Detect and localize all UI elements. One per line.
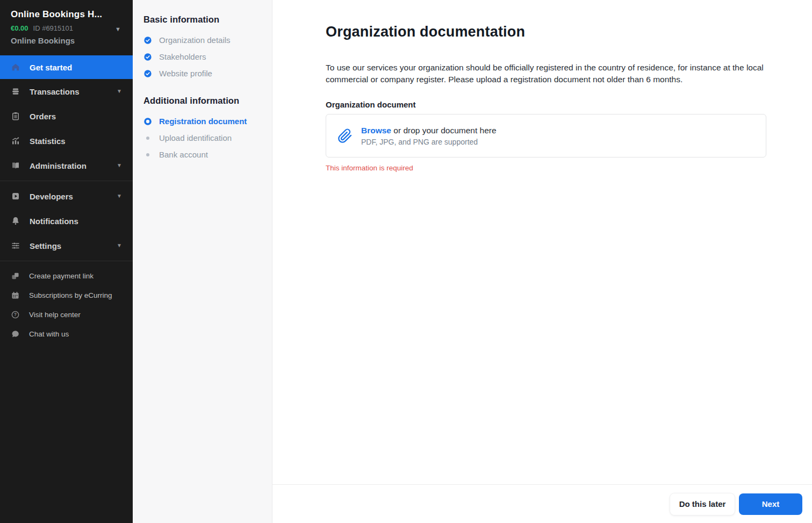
next-button[interactable]: Next bbox=[739, 493, 802, 515]
field-label: Organization document bbox=[326, 100, 812, 109]
notifications-icon bbox=[11, 216, 20, 226]
payment-link-icon bbox=[11, 271, 20, 281]
sidebar-item-label: Create payment link bbox=[29, 272, 94, 280]
administration-icon bbox=[11, 161, 20, 170]
chevron-down-icon: ▼ bbox=[117, 163, 122, 168]
transactions-icon bbox=[11, 87, 20, 96]
account-id: ID #6915101 bbox=[33, 24, 73, 32]
nav-divider bbox=[0, 261, 133, 261]
steps-section-title: Additional information bbox=[143, 96, 262, 106]
form-content: Organization documentation To use our se… bbox=[272, 0, 812, 484]
main-nav: Get started Transactions ▼ Orders Statis… bbox=[0, 55, 133, 264]
svg-text:?: ? bbox=[14, 312, 17, 317]
sidebar-item-get-started[interactable]: Get started bbox=[0, 55, 133, 79]
step-stakeholders[interactable]: Stakeholders bbox=[143, 48, 262, 65]
sidebar-item-label: Orders bbox=[30, 112, 56, 121]
sidebar-item-label: Subscriptions by eCurring bbox=[29, 291, 112, 299]
step-registration-document[interactable]: Registration document bbox=[143, 113, 262, 130]
dropzone-supported-formats: PDF, JPG, and PNG are supported bbox=[361, 138, 497, 146]
help-icon: ? bbox=[11, 310, 20, 319]
sidebar-item-label: Notifications bbox=[30, 217, 78, 226]
primary-sidebar: Online Bookings H... €0.00 ID #6915101 ▼… bbox=[0, 0, 133, 523]
account-switcher[interactable]: Online Bookings H... €0.00 ID #6915101 ▼… bbox=[0, 0, 133, 52]
utility-nav: Create payment link Subscriptions by eCu… bbox=[0, 266, 133, 343]
settings-icon bbox=[11, 241, 20, 250]
chat-icon bbox=[11, 329, 20, 339]
step-label: Registration document bbox=[159, 117, 247, 126]
paperclip-icon bbox=[337, 128, 353, 144]
document-dropzone[interactable]: Browse or drop your document here PDF, J… bbox=[326, 114, 766, 157]
sidebar-item-label: Visit help center bbox=[29, 311, 81, 319]
sidebar-item-administration[interactable]: Administration ▼ bbox=[0, 153, 133, 178]
sidebar-item-create-payment-link[interactable]: Create payment link bbox=[0, 266, 133, 285]
step-label: Organization details bbox=[159, 35, 231, 45]
dropzone-primary-text: Browse or drop your document here bbox=[361, 126, 497, 135]
sidebar-item-subscriptions[interactable]: Subscriptions by eCurring bbox=[0, 285, 133, 305]
steps-section-basic: Basic information Organization details S… bbox=[143, 15, 262, 82]
pending-dot-icon bbox=[143, 151, 152, 159]
sidebar-item-developers[interactable]: Developers ▼ bbox=[0, 184, 133, 209]
sidebar-item-label: Chat with us bbox=[29, 330, 69, 338]
account-meta: €0.00 ID #6915101 bbox=[11, 24, 122, 32]
chevron-down-icon: ▼ bbox=[115, 26, 121, 32]
chevron-down-icon: ▼ bbox=[117, 243, 122, 248]
sidebar-item-label: Administration bbox=[30, 161, 87, 170]
chevron-down-icon: ▼ bbox=[117, 89, 122, 94]
step-organization-details[interactable]: Organization details bbox=[143, 32, 262, 48]
drop-instruction: or drop your document here bbox=[393, 126, 496, 135]
onboarding-steps-panel: Basic information Organization details S… bbox=[133, 0, 272, 523]
page-title: Organization documentation bbox=[326, 24, 812, 40]
step-label: Upload identification bbox=[159, 133, 232, 142]
sidebar-item-notifications[interactable]: Notifications bbox=[0, 209, 133, 233]
sidebar-item-orders[interactable]: Orders bbox=[0, 104, 133, 128]
home-icon bbox=[11, 62, 20, 72]
steps-section-additional: Additional information Registration docu… bbox=[143, 96, 262, 163]
active-ring-icon bbox=[143, 117, 152, 126]
dropzone-text: Browse or drop your document here PDF, J… bbox=[361, 126, 497, 146]
developers-icon bbox=[11, 191, 20, 201]
do-this-later-button[interactable]: Do this later bbox=[670, 493, 735, 515]
step-label: Stakeholders bbox=[159, 52, 206, 61]
sidebar-item-label: Developers bbox=[30, 192, 73, 201]
step-label: Website profile bbox=[159, 69, 212, 78]
sidebar-item-label: Settings bbox=[30, 241, 61, 250]
main-content-area: Organization documentation To use our se… bbox=[272, 0, 812, 523]
sidebar-item-statistics[interactable]: Statistics bbox=[0, 128, 133, 153]
steps-section-title: Basic information bbox=[143, 15, 262, 25]
sidebar-item-transactions[interactable]: Transactions ▼ bbox=[0, 79, 133, 104]
sidebar-item-label: Transactions bbox=[30, 87, 80, 96]
step-bank-account[interactable]: Bank account bbox=[143, 146, 262, 163]
orders-icon bbox=[11, 111, 20, 121]
pending-dot-icon bbox=[143, 134, 152, 142]
calendar-icon bbox=[11, 291, 20, 300]
page-description: To use our services your organization sh… bbox=[326, 62, 766, 85]
chevron-down-icon: ▼ bbox=[117, 194, 122, 199]
nav-divider bbox=[0, 181, 133, 181]
step-upload-identification[interactable]: Upload identification bbox=[143, 130, 262, 146]
account-profile: Online Bookings bbox=[11, 36, 122, 45]
check-circle-icon bbox=[143, 69, 152, 78]
step-website-profile[interactable]: Website profile bbox=[143, 65, 262, 82]
validation-error: This information is required bbox=[326, 164, 812, 172]
check-circle-icon bbox=[143, 53, 152, 61]
browse-link[interactable]: Browse bbox=[361, 126, 391, 135]
step-label: Bank account bbox=[159, 150, 208, 159]
account-name: Online Bookings H... bbox=[11, 9, 122, 20]
sidebar-item-label: Get started bbox=[30, 63, 72, 72]
check-circle-icon bbox=[143, 36, 152, 45]
account-balance: €0.00 bbox=[11, 24, 28, 32]
sidebar-item-settings[interactable]: Settings ▼ bbox=[0, 233, 133, 258]
sidebar-item-chat[interactable]: Chat with us bbox=[0, 324, 133, 343]
sidebar-item-label: Statistics bbox=[30, 137, 66, 146]
statistics-icon bbox=[11, 136, 20, 146]
sidebar-item-help-center[interactable]: ? Visit help center bbox=[0, 305, 133, 324]
form-footer: Do this later Next bbox=[272, 484, 812, 523]
